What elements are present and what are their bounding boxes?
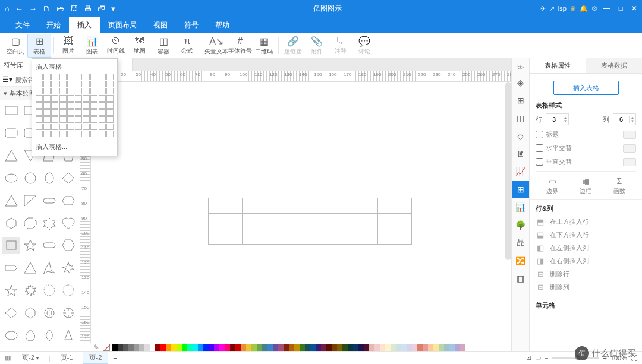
stat-tool-icon[interactable]: 📈 <box>512 163 530 181</box>
grid-cell[interactable] <box>51 109 58 116</box>
qat-undo-icon[interactable]: ← <box>15 4 23 13</box>
grid-cell[interactable] <box>67 131 74 137</box>
image-button[interactable]: 🖼图片 <box>56 34 80 58</box>
grid-cell[interactable] <box>106 102 114 109</box>
map-button[interactable]: 🗺地图 <box>128 34 152 58</box>
shape-item[interactable] <box>2 170 20 186</box>
insert-col-left[interactable]: ◧在左侧插入列 <box>536 243 636 252</box>
grid-cell[interactable] <box>90 81 97 87</box>
style-tool-icon[interactable]: ◈ <box>512 74 530 91</box>
shape-item[interactable] <box>40 305 58 321</box>
shuffle-tool-icon[interactable]: 🔀 <box>512 252 530 270</box>
add-page-button[interactable]: + <box>113 354 117 362</box>
grid-cell[interactable] <box>75 88 82 94</box>
color-swatch[interactable] <box>289 344 294 351</box>
grid-cell[interactable] <box>83 102 90 109</box>
grid-cell[interactable] <box>90 109 97 116</box>
font-symbol-button[interactable]: #字体符号 <box>228 34 252 58</box>
color-swatch[interactable] <box>112 344 118 351</box>
share-icon[interactable]: ↗ <box>549 5 555 12</box>
grid-cell[interactable] <box>75 95 82 102</box>
color-swatch[interactable] <box>235 344 241 351</box>
color-swatch[interactable] <box>144 344 150 351</box>
shape-item[interactable] <box>40 327 58 344</box>
grid-cell[interactable] <box>36 116 43 123</box>
grid-cell[interactable] <box>75 81 82 87</box>
color-swatch[interactable] <box>177 344 182 351</box>
grid-cell[interactable] <box>83 124 90 130</box>
color-swatch[interactable] <box>278 344 284 351</box>
insert-col-right[interactable]: ◨在右侧插入列 <box>536 257 636 265</box>
grid-cell[interactable] <box>59 81 67 87</box>
page-tab[interactable]: 页-2 <box>83 352 108 364</box>
grid-cell[interactable] <box>51 102 58 109</box>
grid-cell[interactable] <box>106 131 114 137</box>
shape-item[interactable] <box>2 147 20 164</box>
vstripe-checkbox[interactable] <box>536 158 543 166</box>
bell-icon[interactable]: 🔔 <box>580 5 588 12</box>
color-swatch[interactable] <box>214 344 219 351</box>
grid-cell[interactable] <box>75 124 82 130</box>
qat-new-icon[interactable]: 🗋 <box>43 4 51 13</box>
shape-item[interactable] <box>59 282 77 299</box>
grid-cell[interactable] <box>67 116 74 123</box>
grid-cell[interactable] <box>83 81 90 87</box>
color-swatch[interactable] <box>396 344 401 351</box>
color-swatch[interactable] <box>310 344 316 351</box>
shape-item[interactable] <box>40 192 58 209</box>
color-swatch[interactable] <box>342 344 348 351</box>
vstripe-color-swatch[interactable] <box>623 158 636 166</box>
color-swatch[interactable] <box>374 344 380 351</box>
color-swatch[interactable] <box>321 344 326 351</box>
rows-input[interactable] <box>546 116 562 123</box>
insert-row-below[interactable]: ⬓在下方插入行 <box>536 230 636 239</box>
grid-cell[interactable] <box>36 109 43 116</box>
menu-文件[interactable]: 文件 <box>7 17 38 33</box>
shape-item[interactable] <box>59 215 77 232</box>
color-swatch[interactable] <box>230 344 235 351</box>
color-swatch[interactable] <box>187 344 193 351</box>
grid-cell[interactable] <box>51 124 58 130</box>
theme-tool-icon[interactable]: ◫ <box>512 109 530 127</box>
color-swatch[interactable] <box>284 344 289 351</box>
shape-item[interactable] <box>2 192 20 209</box>
container-button[interactable]: ◫容器 <box>152 34 175 58</box>
grid-cell[interactable] <box>67 74 74 80</box>
page-tool-icon[interactable]: 🗎 <box>512 145 530 163</box>
grid-cell[interactable] <box>51 88 58 94</box>
grid-cell[interactable] <box>67 124 74 130</box>
triple-函数[interactable]: Σ函数 <box>613 176 625 195</box>
shape-item[interactable] <box>59 170 77 186</box>
grid-cell[interactable] <box>36 102 43 109</box>
grid-cell[interactable] <box>43 88 51 94</box>
insert-table-more[interactable]: 插入表格... <box>36 141 114 153</box>
color-swatch[interactable] <box>380 344 385 351</box>
blank-page-button[interactable]: ▢空白页 <box>4 34 27 58</box>
page-list-icon[interactable]: ▥ <box>5 354 11 362</box>
color-swatch[interactable] <box>428 344 433 351</box>
shape-item[interactable] <box>40 215 58 232</box>
menu-视图[interactable]: 视图 <box>145 17 176 33</box>
shape-item[interactable] <box>2 327 20 344</box>
color-swatch[interactable] <box>118 344 123 351</box>
grid-cell[interactable] <box>36 124 43 130</box>
shape-item[interactable] <box>2 237 20 254</box>
grid-cell[interactable] <box>106 74 114 80</box>
shape-item[interactable] <box>40 170 58 186</box>
color-swatch[interactable] <box>316 344 321 351</box>
grid-cell[interactable] <box>43 131 51 137</box>
grid-cell[interactable] <box>36 88 43 94</box>
qat-save-icon[interactable]: 🖫 <box>70 4 78 13</box>
grid-cell[interactable] <box>51 81 58 87</box>
vertical-scrollbar[interactable] <box>505 82 511 260</box>
color-swatch[interactable] <box>166 344 171 351</box>
color-swatch[interactable] <box>209 344 214 351</box>
grid-cell[interactable] <box>99 102 106 109</box>
grid-cell[interactable] <box>83 109 90 116</box>
send-icon[interactable]: ✈ <box>540 5 546 12</box>
align-tool-icon[interactable]: 品 <box>512 234 530 252</box>
grid-cell[interactable] <box>43 95 51 102</box>
zoom-out-button[interactable]: − <box>545 354 548 362</box>
layout-tool-icon[interactable]: ⊞ <box>512 91 530 109</box>
triple-边框[interactable]: ▦边框 <box>580 176 591 195</box>
